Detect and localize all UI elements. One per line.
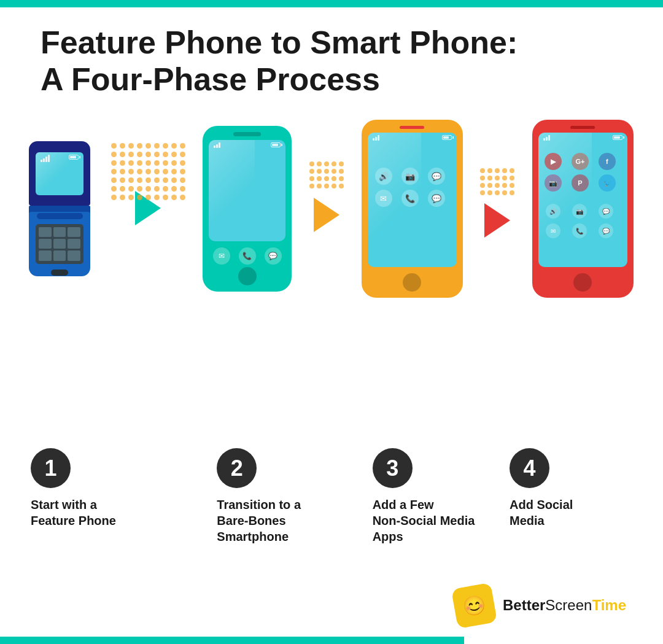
flip-phone <box>26 141 93 276</box>
main-title: Feature Phone to Smart Phone: A Four-Pha… <box>41 25 518 98</box>
teal-phone-screen <box>209 140 285 241</box>
teal-phone: ✉ 📞 💬 <box>203 126 292 292</box>
phase-2-phone: ✉ 📞 💬 <box>203 126 292 292</box>
arrow-2 <box>309 161 344 232</box>
step-4: 4 Add SocialMedia <box>510 448 632 529</box>
arrow-3 <box>480 168 514 238</box>
step-1: 1 Start with aFeature Phone <box>31 448 153 529</box>
step-2-circle: 2 <box>217 448 257 488</box>
logo-icon: 😊 <box>451 583 497 629</box>
step-3-label: Add a FewNon-Social MediaApps <box>373 497 475 545</box>
logo-text: BetterScreenTime <box>503 597 626 615</box>
phase-3-phone: 🔊 📷 💬 ✉ 📞 💬 <box>362 120 463 298</box>
phase-1-phone <box>26 141 93 276</box>
steps-row: 1 Start with aFeature Phone 2 Transition… <box>31 448 632 545</box>
dot-pattern-1 <box>111 143 185 225</box>
step-4-label: Add SocialMedia <box>510 497 573 529</box>
red-phone: ▶ G+ f 📷 P 🐦 🔊 📷 💬 ✉ 📞 💬 <box>532 120 634 298</box>
logo: 😊 BetterScreenTime <box>454 586 626 626</box>
phase-4-phone: ▶ G+ f 📷 P 🐦 🔊 📷 💬 ✉ 📞 💬 <box>532 120 634 298</box>
step-1-label: Start with aFeature Phone <box>31 497 116 529</box>
orange-phone: 🔊 📷 💬 ✉ 📞 💬 <box>362 120 463 298</box>
step-4-circle: 4 <box>510 448 549 488</box>
top-accent-bar <box>0 0 663 7</box>
bottom-accent-bar <box>0 637 464 644</box>
step-1-circle: 1 <box>31 448 71 488</box>
logo-smiley: 😊 <box>461 593 487 618</box>
phones-row: ✉ 📞 💬 <box>26 120 634 298</box>
step-2: 2 Transition to aBare-BonesSmartphone <box>217 448 339 545</box>
step-3-circle: 3 <box>373 448 413 488</box>
step-3: 3 Add a FewNon-Social MediaApps <box>373 448 495 545</box>
step-2-label: Transition to aBare-BonesSmartphone <box>217 497 301 545</box>
red-phone-screen: ▶ G+ f 📷 P 🐦 🔊 📷 💬 ✉ 📞 💬 <box>538 133 627 267</box>
orange-phone-screen: 🔊 📷 💬 ✉ 📞 💬 <box>368 133 457 267</box>
